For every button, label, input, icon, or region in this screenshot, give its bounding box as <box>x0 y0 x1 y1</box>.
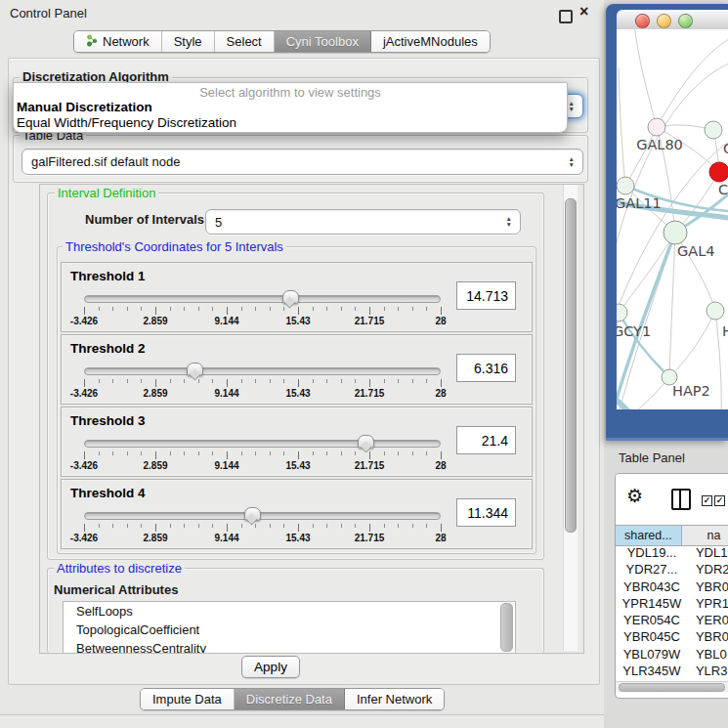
slider-scale: -3.4262.8599.14415.4321.71528 <box>84 388 441 400</box>
network-node[interactable] <box>664 221 687 244</box>
network-edge[interactable] <box>619 68 625 186</box>
tab-infer-network[interactable]: Infer Network <box>345 689 444 709</box>
network-canvas[interactable]: GAL80GACGAL11GAL4GCY1HHAP2 <box>617 29 728 409</box>
table-row[interactable]: YLR345WYLR3 <box>616 664 728 680</box>
network-node[interactable] <box>709 162 728 182</box>
panel-scrollbar-thumb[interactable] <box>565 198 577 533</box>
threshold-2-slider[interactable]: -3.4262.8599.14415.4321.71528 <box>84 364 441 400</box>
network-node[interactable] <box>617 304 627 321</box>
numerical-attributes-label: Numerical Attributes <box>51 582 181 597</box>
threshold-4-value-field[interactable] <box>456 498 516 527</box>
table-row[interactable]: YBR043CYBR0 <box>616 579 728 596</box>
threshold-1-value-field[interactable] <box>456 281 516 310</box>
table-data-combobox[interactable]: galFiltered.sif default node ▲▼ <box>21 149 583 175</box>
table-row[interactable]: YPR145WYPR1 <box>616 596 728 613</box>
slider-ticks <box>84 307 441 315</box>
threshold-3-slider[interactable]: -3.4262.8599.14415.4321.71528 <box>84 437 441 472</box>
table-row[interactable]: YBR045CYBR0 <box>616 629 728 646</box>
attribute-list-item[interactable]: TopologicalCoefficient <box>64 621 515 639</box>
control-panel: Control Panel × Network Style Select Cyn… <box>0 0 604 728</box>
cyni-mode-tab-bar: Impute Data Discretize Data Infer Networ… <box>140 688 445 710</box>
dropdown-option-manual-discretization[interactable]: Manual Discretization <box>14 100 567 115</box>
tab-network[interactable]: Network <box>74 31 162 52</box>
threshold-2-value-field[interactable] <box>456 354 516 382</box>
apply-button[interactable]: Apply <box>241 656 300 678</box>
slider-thumb[interactable] <box>358 435 374 449</box>
slider-track[interactable] <box>84 295 441 303</box>
threshold-3-value-field[interactable] <box>456 426 516 454</box>
attribute-list-item[interactable]: BetweennessCentrality <box>64 639 515 654</box>
network-icon <box>86 34 98 50</box>
slider-thumb[interactable] <box>282 290 299 304</box>
network-edge[interactable] <box>669 311 715 377</box>
table-hscrollbar-thumb[interactable] <box>619 683 725 692</box>
dropdown-option-equal-width-frequency[interactable]: Equal Width/Frequency Discretization <box>14 115 567 131</box>
network-edge[interactable] <box>715 311 721 409</box>
gear-icon[interactable]: ⚙ <box>626 485 643 507</box>
numerical-attributes-list[interactable]: SelfLoopsTopologicalCoefficientBetweenne… <box>63 601 516 654</box>
table-header-row: shared... na <box>616 525 728 546</box>
attribute-list-item[interactable]: SelfLoops <box>64 602 515 621</box>
network-edge[interactable] <box>669 233 675 377</box>
tab-jactivemnodules[interactable]: jActiveMNodules <box>371 31 490 52</box>
tab-infer-network-label: Infer Network <box>357 692 432 707</box>
table-data-value: galFiltered.sif default node <box>31 154 180 169</box>
slider-track[interactable] <box>84 512 441 520</box>
slider-thumb[interactable] <box>187 363 203 376</box>
slider-ticks <box>84 379 441 387</box>
network-node[interactable] <box>648 118 665 136</box>
column-header-name[interactable]: na <box>682 526 728 545</box>
slider-scale: -3.4262.8599.14415.4321.71528 <box>84 533 441 544</box>
threshold-1-label: Threshold 1 <box>70 269 146 283</box>
table-row[interactable]: YDR27...YDR2 <box>616 562 728 578</box>
slider-track[interactable] <box>84 440 441 448</box>
slider-thumb[interactable] <box>244 507 261 521</box>
tab-cyni-toolbox-label: Cyni Toolbox <box>286 34 359 49</box>
node-label: GAL80 <box>636 137 683 152</box>
tab-discretize-data[interactable]: Discretize Data <box>235 689 345 709</box>
float-window-button[interactable] <box>559 10 573 23</box>
threshold-2-label: Threshold 2 <box>70 341 146 356</box>
threshold-1-slider[interactable]: -3.4262.8599.14415.4321.71528 <box>84 292 441 327</box>
checkbox-icon[interactable]: ✓ <box>702 495 712 506</box>
slider-scale: -3.4262.8599.14415.4321.71528 <box>84 460 441 472</box>
table-row[interactable]: YER054CYER0 <box>616 613 728 629</box>
slider-ticks <box>84 451 441 459</box>
zoom-window-icon[interactable] <box>678 14 693 28</box>
tab-style[interactable]: Style <box>162 31 215 52</box>
close-window-icon[interactable] <box>635 14 650 28</box>
checkbox-icon[interactable]: ✓ <box>714 495 725 506</box>
panel-title: Control Panel <box>10 6 87 21</box>
minimize-window-icon[interactable] <box>657 14 671 28</box>
tab-impute-data[interactable]: Impute Data <box>141 689 235 709</box>
node-label: GA <box>723 141 728 156</box>
tab-discretize-data-label: Discretize Data <box>246 692 332 707</box>
combo-stepper-icon: ▲▼ <box>506 216 512 228</box>
tab-style-label: Style <box>174 34 202 49</box>
threshold-4-label: Threshold 4 <box>70 486 146 500</box>
close-panel-button[interactable]: × <box>579 3 588 21</box>
threshold-4-slider[interactable]: -3.4262.8599.14415.4321.71528 <box>84 509 441 544</box>
network-node[interactable] <box>705 121 722 139</box>
split-columns-icon[interactable] <box>671 489 691 510</box>
number-of-intervals-label: Number of Intervals <box>82 212 207 227</box>
attributes-group-title: Attributes to discretize <box>54 561 185 576</box>
tab-select[interactable]: Select <box>215 31 275 52</box>
node-table-body[interactable]: YDL19...YDL1YDR27...YDR2YBR043CYBR0YPR14… <box>616 545 728 681</box>
network-node[interactable] <box>707 302 724 320</box>
network-window-titlebar[interactable] <box>617 10 728 30</box>
column-header-shared-name[interactable]: shared... <box>616 526 682 545</box>
network-node[interactable] <box>617 177 634 194</box>
table-row[interactable]: YDL19...YDL1 <box>616 545 728 562</box>
tab-cyni-toolbox[interactable]: Cyni Toolbox <box>275 31 371 52</box>
table-row[interactable]: YBL079WYBL0 <box>616 647 728 664</box>
number-of-intervals-combobox[interactable]: 5 ▲▼ <box>205 209 521 235</box>
slider-track[interactable] <box>84 367 441 375</box>
network-edge[interactable] <box>634 29 657 127</box>
node-label: HAP2 <box>672 383 710 399</box>
network-edge[interactable] <box>625 127 657 186</box>
network-edge[interactable] <box>657 39 728 127</box>
tab-select-label: Select <box>227 34 262 49</box>
attributes-list-scrollbar[interactable] <box>500 603 513 652</box>
node-label: GAL4 <box>677 243 714 259</box>
